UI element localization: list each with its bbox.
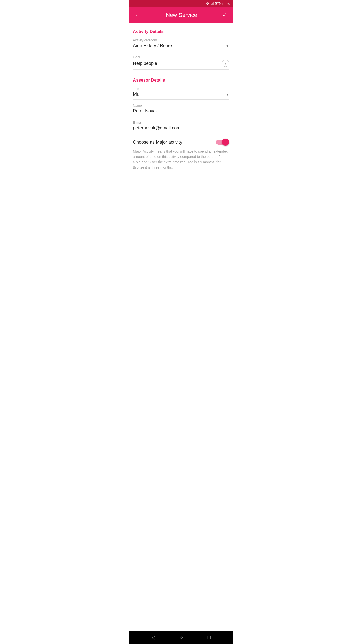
email-value: peternovak@gmail.com <box>133 125 229 133</box>
title-label: Title <box>133 87 229 91</box>
goal-label: Goal <box>133 55 229 59</box>
svg-rect-1 <box>211 4 211 5</box>
name-value: Peter Novak <box>133 108 229 116</box>
major-activity-description: Major Activity means that you will have … <box>133 149 229 175</box>
major-activity-toggle-row[interactable]: Choose as Major activity <box>133 133 229 149</box>
email-field[interactable]: E-mail peternovak@gmail.com <box>133 120 229 133</box>
title-dropdown-icon: ▼ <box>225 92 229 96</box>
activity-category-field[interactable]: Activity category Aide Eldery / Retire ▼ <box>133 38 229 51</box>
major-activity-label: Choose as Major activity <box>133 140 182 145</box>
app-bar: New Service <box>129 7 233 23</box>
email-label: E-mail <box>133 120 229 124</box>
status-icons: 12:30 <box>206 2 230 6</box>
main-content: Activity Details Activity category Aide … <box>129 23 233 175</box>
goal-field[interactable]: Goal Help people i <box>133 55 229 70</box>
back-button[interactable] <box>133 10 143 20</box>
status-bar: 12:30 <box>129 0 233 7</box>
activity-category-value[interactable]: Aide Eldery / Retire ▼ <box>133 43 229 51</box>
name-field[interactable]: Name Peter Novak <box>133 104 229 116</box>
status-time: 12:30 <box>222 2 230 6</box>
confirm-button[interactable] <box>220 10 229 20</box>
page-title: New Service <box>166 12 197 18</box>
title-value[interactable]: Mr. ▼ <box>133 92 229 100</box>
svg-rect-3 <box>212 3 213 5</box>
name-label: Name <box>133 104 229 107</box>
svg-rect-6 <box>216 3 217 5</box>
svg-point-0 <box>207 4 208 5</box>
activity-category-label: Activity category <box>133 38 229 42</box>
activity-category-dropdown-icon: ▼ <box>225 44 229 48</box>
activity-details-section-title: Activity Details <box>133 29 229 34</box>
goal-info-icon[interactable]: i <box>222 60 229 67</box>
major-activity-toggle[interactable] <box>216 138 229 146</box>
svg-rect-7 <box>220 3 221 4</box>
toggle-thumb <box>222 139 229 146</box>
svg-rect-2 <box>212 4 212 5</box>
assessor-details-section-title: Assesor Details <box>133 78 229 83</box>
signal-icon <box>211 2 214 5</box>
battery-icon <box>215 2 221 5</box>
goal-value[interactable]: Help people i <box>133 60 229 70</box>
title-field[interactable]: Title Mr. ▼ <box>133 87 229 100</box>
wifi-icon <box>206 2 210 5</box>
svg-rect-4 <box>213 2 214 5</box>
